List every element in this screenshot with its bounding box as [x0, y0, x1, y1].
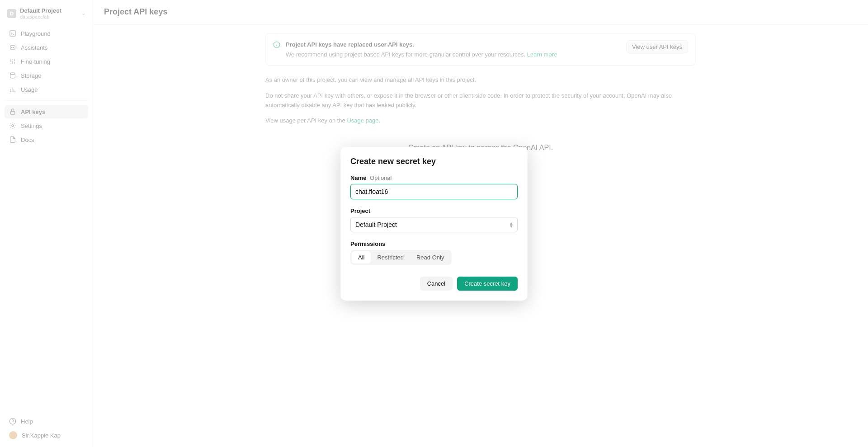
name-input[interactable] — [350, 184, 518, 199]
create-key-modal: Create new secret key Name Optional Proj… — [340, 147, 528, 301]
permission-restricted[interactable]: Restricted — [371, 251, 410, 263]
select-arrows-icon: ▴▾ — [510, 221, 513, 228]
permissions-segmented: All Restricted Read Only — [350, 250, 452, 265]
modal-overlay[interactable]: Create new secret key Name Optional Proj… — [0, 0, 868, 447]
modal-title: Create new secret key — [350, 157, 518, 166]
cancel-button[interactable]: Cancel — [420, 277, 453, 291]
permission-all[interactable]: All — [352, 251, 371, 263]
project-select-value: Default Project — [355, 221, 397, 228]
name-label: Name Optional — [350, 174, 518, 181]
create-secret-key-button[interactable]: Create secret key — [457, 277, 518, 291]
permission-readonly[interactable]: Read Only — [410, 251, 450, 263]
project-label: Project — [350, 207, 518, 214]
permissions-label: Permissions — [350, 240, 518, 247]
project-select[interactable]: Default Project ▴▾ — [350, 217, 518, 232]
